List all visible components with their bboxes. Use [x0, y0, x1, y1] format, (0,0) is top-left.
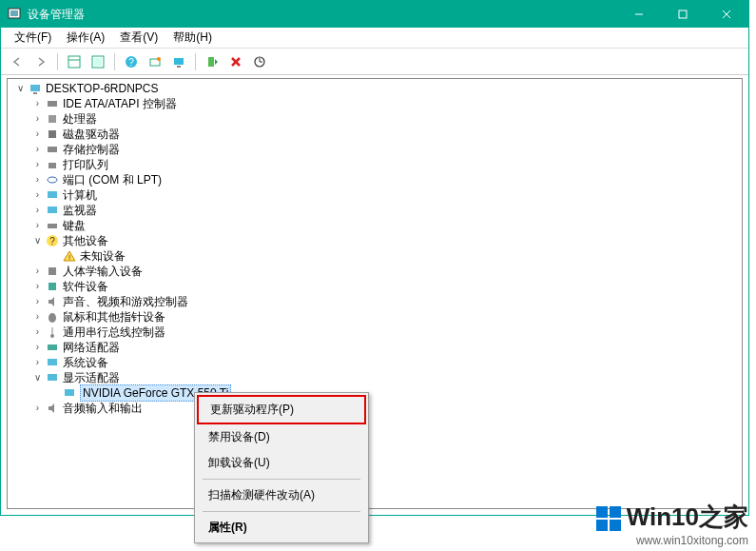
- chevron-right-icon[interactable]: ›: [30, 96, 45, 111]
- node-label: IDE ATA/ATAPI 控制器: [63, 96, 177, 111]
- update-driver-icon[interactable]: [249, 51, 270, 72]
- node-label: 声音、视频和游戏控制器: [63, 294, 188, 309]
- tree-node-network[interactable]: ›网络适配器: [11, 340, 738, 355]
- chevron-right-icon[interactable]: ›: [30, 187, 45, 203]
- chevron-right-icon[interactable]: ›: [30, 172, 45, 187]
- menu-help[interactable]: 帮助(H): [165, 28, 220, 48]
- tree-node-gpu[interactable]: NVIDIA GeForce GTX 550 Ti: [11, 385, 738, 401]
- watermark-url: www.win10xitong.com: [596, 534, 748, 547]
- chevron-down-icon[interactable]: ∨: [13, 81, 28, 96]
- device-tree: ∨DESKTOP-6RDNPCS ›IDE ATA/ATAPI 控制器 ›处理器…: [7, 78, 743, 509]
- svg-text:!: !: [68, 253, 70, 262]
- chevron-right-icon[interactable]: ›: [30, 325, 45, 340]
- node-label: 鼠标和其他指针设备: [63, 309, 165, 325]
- mouse-icon: [45, 309, 60, 325]
- question-icon: ?: [45, 233, 60, 248]
- network-icon: [45, 340, 60, 355]
- app-icon: [7, 7, 22, 22]
- tree-root[interactable]: ∨DESKTOP-6RDNPCS: [11, 81, 738, 96]
- scan-hardware-icon[interactable]: [145, 51, 165, 72]
- node-label: 人体学输入设备: [63, 264, 143, 279]
- monitor-icon[interactable]: [168, 51, 189, 72]
- tree-node-ide[interactable]: ›IDE ATA/ATAPI 控制器: [11, 96, 738, 111]
- ctx-uninstall-device[interactable]: 卸载设备(U): [197, 450, 366, 476]
- svg-rect-16: [208, 57, 214, 67]
- node-label: 打印队列: [63, 157, 108, 172]
- tree-node-mouse[interactable]: ›鼠标和其他指针设备: [11, 309, 738, 325]
- minimize-button[interactable]: [617, 1, 661, 28]
- chevron-right-icon[interactable]: ›: [30, 142, 45, 157]
- close-button[interactable]: [705, 1, 748, 28]
- printer-icon: [45, 157, 60, 172]
- tree-node-disk[interactable]: ›磁盘驱动器: [11, 127, 738, 142]
- gpu-icon: [45, 370, 60, 385]
- svg-rect-43: [48, 374, 57, 381]
- tree-node-unknown[interactable]: !未知设备: [11, 248, 738, 264]
- svg-rect-29: [48, 207, 57, 213]
- pc-icon: [45, 187, 60, 203]
- chevron-right-icon[interactable]: ›: [30, 279, 45, 294]
- node-label: DESKTOP-6RDNPCS: [46, 81, 158, 96]
- chevron-right-icon[interactable]: ›: [30, 340, 45, 355]
- toolbar-separator: [57, 53, 58, 70]
- ctx-disable-device[interactable]: 禁用设备(D): [197, 424, 366, 450]
- tree-node-software[interactable]: ›软件设备: [11, 279, 738, 294]
- svg-rect-44: [65, 389, 74, 396]
- ctx-scan-hardware[interactable]: 扫描检测硬件改动(A): [197, 482, 366, 508]
- svg-text:?: ?: [128, 57, 134, 68]
- menu-file[interactable]: 文件(F): [7, 28, 59, 48]
- svg-rect-1: [10, 10, 18, 16]
- help-icon[interactable]: ?: [121, 51, 142, 72]
- hid-icon: [45, 264, 60, 279]
- maximize-button[interactable]: [661, 1, 705, 28]
- tree-node-audioio[interactable]: ›音频输入和输出: [11, 401, 738, 416]
- forward-button[interactable]: [30, 51, 51, 72]
- svg-rect-30: [48, 224, 57, 228]
- tree-node-printq[interactable]: ›打印队列: [11, 157, 738, 172]
- node-label: 系统设备: [63, 355, 108, 370]
- svg-rect-20: [30, 85, 40, 91]
- chevron-right-icon[interactable]: ›: [30, 355, 45, 370]
- svg-marker-45: [48, 403, 54, 413]
- menu-view[interactable]: 查看(V): [112, 28, 165, 48]
- chevron-right-icon[interactable]: ›: [30, 157, 45, 172]
- tree-node-system[interactable]: ›系统设备: [11, 355, 738, 370]
- back-button[interactable]: [7, 51, 28, 72]
- svg-rect-6: [68, 56, 80, 68]
- chevron-down-icon[interactable]: ∨: [30, 370, 45, 385]
- node-label: 网络适配器: [63, 340, 120, 355]
- tree-node-cpu[interactable]: ›处理器: [11, 111, 738, 127]
- view-toggle-icon[interactable]: [64, 51, 85, 72]
- tree-node-sound[interactable]: ›声音、视频和游戏控制器: [11, 294, 738, 309]
- chevron-right-icon[interactable]: ›: [30, 127, 45, 142]
- chevron-right-icon[interactable]: ›: [30, 309, 45, 325]
- chevron-right-icon[interactable]: ›: [30, 111, 45, 127]
- tree-node-keyboard[interactable]: ›键盘: [11, 218, 738, 233]
- properties-toolbar-icon[interactable]: [87, 51, 108, 72]
- tree-node-hid[interactable]: ›人体学输入设备: [11, 264, 738, 279]
- ctx-update-driver[interactable]: 更新驱动程序(P): [197, 395, 366, 424]
- keyboard-icon: [45, 218, 60, 233]
- node-label: 存储控制器: [63, 142, 120, 157]
- uninstall-device-icon[interactable]: [225, 51, 246, 72]
- tree-node-monitor[interactable]: ›监视器: [11, 203, 738, 218]
- tree-node-ports[interactable]: ›端口 (COM 和 LPT): [11, 172, 738, 187]
- menu-action[interactable]: 操作(A): [59, 28, 112, 48]
- tree-node-usb[interactable]: ›通用串行总线控制器: [11, 325, 738, 340]
- ctx-properties[interactable]: 属性(R): [197, 515, 366, 541]
- menubar: 文件(F) 操作(A) 查看(V) 帮助(H): [1, 28, 748, 49]
- svg-point-13: [157, 57, 161, 61]
- tree-node-other[interactable]: ∨?其他设备: [11, 233, 738, 248]
- chevron-right-icon[interactable]: ›: [30, 264, 45, 279]
- tree-node-display[interactable]: ∨显示适配器: [11, 370, 738, 385]
- chevron-down-icon[interactable]: ∨: [30, 233, 45, 248]
- svg-rect-24: [48, 130, 56, 138]
- enable-device-icon[interactable]: [202, 51, 223, 72]
- chevron-right-icon[interactable]: ›: [30, 218, 45, 233]
- chevron-right-icon[interactable]: ›: [30, 203, 45, 218]
- tree-node-storage[interactable]: ›存储控制器: [11, 142, 738, 157]
- chevron-right-icon[interactable]: ›: [30, 401, 45, 416]
- tree-node-computer[interactable]: ›计算机: [11, 187, 738, 203]
- chevron-right-icon[interactable]: ›: [30, 294, 45, 309]
- svg-rect-42: [48, 359, 57, 365]
